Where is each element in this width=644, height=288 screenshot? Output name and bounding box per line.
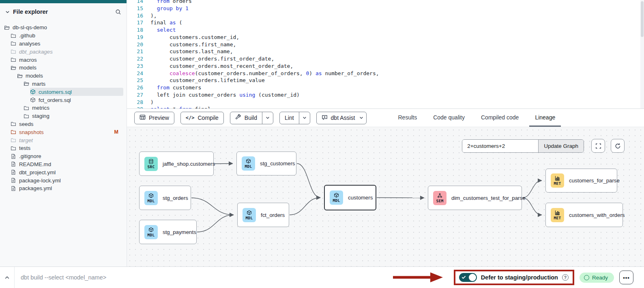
folder-icon xyxy=(11,121,16,127)
node-label: customers xyxy=(348,195,373,201)
build-button[interactable]: Build xyxy=(230,112,262,124)
code-line: 24 coalesce(customer_orders.number_of_or… xyxy=(127,70,644,77)
editor-scrollbar[interactable] xyxy=(640,0,644,108)
folder-open-icon xyxy=(24,81,29,87)
lineage-node-stg-customers[interactable]: MDLstg_customers xyxy=(236,152,296,175)
tree-item-gitignore[interactable]: .gitignore xyxy=(11,152,123,160)
folder-icon xyxy=(11,129,16,135)
code-line: 15 group by 1 xyxy=(127,5,644,12)
tree-item-analyses[interactable]: analyses xyxy=(11,40,123,48)
node-label: stg_customers xyxy=(260,160,295,167)
code-line: 27 left join customer_orders using (cust… xyxy=(127,91,644,99)
code-line: 18 select xyxy=(127,26,644,34)
tree-item-models[interactable]: models xyxy=(17,72,123,80)
compile-button[interactable]: </> Compile xyxy=(180,112,224,124)
command-bar: Defer to staging/production ? Ready ••• xyxy=(0,266,644,288)
code-line: 19 customers.customer_id, xyxy=(127,34,644,41)
code-editor[interactable]: 14 from orders15 group by 116),17final a… xyxy=(127,0,644,109)
lineage-node-customers-for-parse[interactable]: METcustomers_for_parse xyxy=(545,169,617,193)
tree-item-db-sl-qs-demo[interactable]: db-sl-qs-demo xyxy=(4,24,123,32)
command-input[interactable] xyxy=(15,274,393,281)
tree-item-tests[interactable]: tests xyxy=(11,144,123,152)
tree-item-label: seeds xyxy=(19,121,123,127)
lineage-node-fct-orders[interactable]: MDLfct_orders xyxy=(237,203,289,227)
folder-icon xyxy=(11,41,16,46)
chevron-down-icon[interactable] xyxy=(5,10,10,14)
lineage-node-dim-customers-test-for-parse[interactable]: SEMdim_customers_test_for_parse xyxy=(428,186,522,210)
annotation-arrow xyxy=(393,271,443,284)
lineage-canvas[interactable]: SRCjaffle_shop.customersMDLstg_customers… xyxy=(127,127,644,266)
tree-item-customers-sql[interactable]: customers.sql xyxy=(30,88,123,96)
tab-lineage[interactable]: Lineage xyxy=(529,109,561,127)
database-icon: SRC xyxy=(144,157,158,171)
node-label: dim_customers_test_for_parse xyxy=(451,195,526,201)
lineage-node-customers-with-orders[interactable]: METcustomers_with_orders xyxy=(545,203,623,227)
lineage-node-stg-orders[interactable]: MDLstg_orders xyxy=(139,186,191,210)
tree-item-metrics[interactable]: metrics xyxy=(24,104,123,112)
result-tabs: ResultsCode qualityCompiled codeLineage xyxy=(392,109,566,127)
tab-code-quality[interactable]: Code quality xyxy=(427,109,470,127)
defer-annotation-box: Defer to staging/production ? xyxy=(454,270,574,285)
modified-badge: M xyxy=(114,129,118,135)
tree-item-models[interactable]: models xyxy=(11,64,123,72)
folder-open-icon xyxy=(11,65,16,71)
ready-status-button[interactable]: Ready xyxy=(580,273,614,283)
build-button-group: Build xyxy=(230,112,273,124)
code-line: 22 customer_orders.first_order_date, xyxy=(127,55,644,63)
graph-selector-input[interactable] xyxy=(462,140,538,152)
graph-selector-group: Update Graph xyxy=(462,139,584,153)
cube-icon: MDL xyxy=(144,225,158,239)
tree-item-macros[interactable]: macros xyxy=(11,56,123,64)
fullscreen-button[interactable] xyxy=(591,139,605,153)
more-menu-button[interactable]: ••• xyxy=(619,271,633,284)
tree-item-dbt-packages[interactable]: dbt_packages xyxy=(11,48,123,56)
tree-item-packages-yml[interactable]: packages.yml xyxy=(11,184,123,193)
assist-chat-icon xyxy=(322,114,328,121)
chevron-up-icon[interactable] xyxy=(0,267,15,288)
build-dropdown-button[interactable] xyxy=(262,112,273,124)
refresh-button[interactable] xyxy=(611,139,625,153)
tree-item-label: models xyxy=(19,65,123,71)
tree-item-staging[interactable]: staging xyxy=(24,112,123,120)
tree-item-label: staging xyxy=(32,113,123,119)
defer-toggle[interactable] xyxy=(459,273,477,282)
lint-dropdown-button[interactable] xyxy=(299,112,310,124)
lineage-node-jaffle-shop-customers[interactable]: SRCjaffle_shop.customers xyxy=(139,152,214,176)
tree-item-seeds[interactable]: seeds xyxy=(11,120,123,128)
tree-item-snapshots[interactable]: snapshotsM xyxy=(11,128,123,136)
code-line: 28) xyxy=(127,99,644,106)
tree-item-package-lock-yml[interactable]: package-lock.yml xyxy=(11,176,123,184)
tree-item-github[interactable]: .github xyxy=(11,32,123,40)
code-line: 14 from orders xyxy=(127,0,644,5)
lint-button-group: Lint xyxy=(279,112,310,124)
code-line: 25 customer_orders.lifetime_value xyxy=(127,77,644,84)
update-graph-button[interactable]: Update Graph xyxy=(538,140,584,152)
file-icon xyxy=(11,186,16,191)
search-icon[interactable] xyxy=(115,9,121,15)
node-label: customers_with_orders xyxy=(569,212,625,218)
cube-icon: MDL xyxy=(242,156,255,171)
tree-item-label: README.md xyxy=(19,161,123,167)
model-icon xyxy=(30,89,36,95)
tree-item-label: snapshots xyxy=(19,129,114,135)
tree-item-readme-md[interactable]: README.md xyxy=(11,160,123,169)
preview-button[interactable]: Preview xyxy=(134,112,174,124)
tab-results[interactable]: Results xyxy=(392,109,423,127)
tab-compiled-code[interactable]: Compiled code xyxy=(475,109,524,127)
tree-item-label: models xyxy=(26,73,123,79)
lineage-node-stg-payments[interactable]: MDLstg_payments xyxy=(139,220,197,244)
tree-item-marts[interactable]: marts xyxy=(24,80,123,88)
tree-item-fct-orders-sql[interactable]: fct_orders.sql xyxy=(30,96,123,104)
folder-icon xyxy=(11,49,16,54)
folder-icon xyxy=(11,33,16,39)
help-icon[interactable]: ? xyxy=(562,274,569,281)
tree-item-dbt-project-yml[interactable]: dbt_project.yml xyxy=(11,168,123,176)
defer-label: Defer to staging/production xyxy=(481,274,558,281)
tree-item-target[interactable]: target xyxy=(11,136,123,144)
folder-icon xyxy=(24,105,29,111)
cube-icon: MDL xyxy=(330,191,343,205)
node-label: stg_payments xyxy=(163,229,196,235)
lint-button[interactable]: Lint xyxy=(280,112,299,124)
dbt-assist-button[interactable]: dbt Assist xyxy=(316,112,367,124)
lineage-node-customers[interactable]: MDLcustomers xyxy=(324,185,376,210)
